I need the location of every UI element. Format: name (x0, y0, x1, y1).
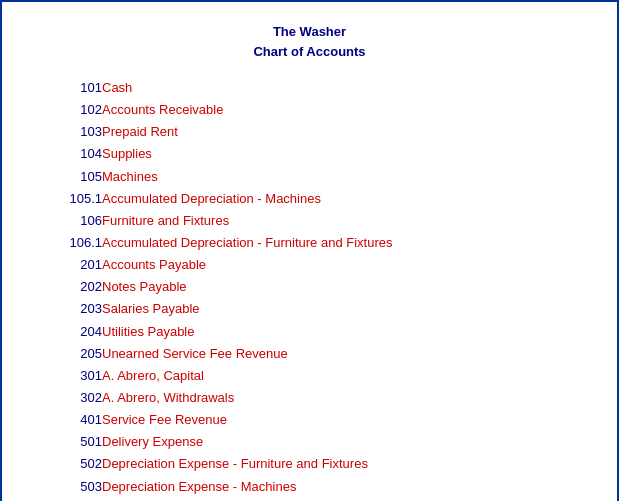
table-row: 105.1Accumulated Depreciation - Machines (32, 188, 587, 210)
account-name: Utilities Payable (102, 321, 587, 343)
table-row: 202Notes Payable (32, 276, 587, 298)
account-name: Depreciation Expense - Furniture and Fix… (102, 453, 587, 475)
account-number: 503 (32, 476, 102, 498)
account-number: 501 (32, 431, 102, 453)
account-name: Delivery Expense (102, 431, 587, 453)
account-number: 106.1 (32, 232, 102, 254)
account-name: Accumulated Depreciation - Machines (102, 188, 587, 210)
account-number: 103 (32, 121, 102, 143)
table-row: 301A. Abrero, Capital (32, 365, 587, 387)
account-number: 302 (32, 387, 102, 409)
table-row: 106Furniture and Fixtures (32, 210, 587, 232)
table-row: 201Accounts Payable (32, 254, 587, 276)
table-row: 502Depreciation Expense - Furniture and … (32, 453, 587, 475)
account-number: 203 (32, 298, 102, 320)
account-number: 105.1 (32, 188, 102, 210)
company-name: The Washer (32, 22, 587, 42)
account-name: Notes Payable (102, 276, 587, 298)
account-number: 301 (32, 365, 102, 387)
title-section: The Washer Chart of Accounts (32, 22, 587, 61)
account-name: Accounts Payable (102, 254, 587, 276)
table-row: 103Prepaid Rent (32, 121, 587, 143)
table-row: 203Salaries Payable (32, 298, 587, 320)
account-number: 104 (32, 143, 102, 165)
account-name: Salaries Payable (102, 298, 587, 320)
account-number: 502 (32, 453, 102, 475)
account-number: 202 (32, 276, 102, 298)
report-title: Chart of Accounts (32, 42, 587, 62)
account-number: 101 (32, 77, 102, 99)
table-row: 401Service Fee Revenue (32, 409, 587, 431)
account-number: 105 (32, 166, 102, 188)
account-number: 205 (32, 343, 102, 365)
account-name: Accounts Receivable (102, 99, 587, 121)
account-number: 204 (32, 321, 102, 343)
account-name: Cash (102, 77, 587, 99)
account-name: Prepaid Rent (102, 121, 587, 143)
account-name: Service Fee Revenue (102, 409, 587, 431)
table-row: 102Accounts Receivable (32, 99, 587, 121)
account-name: A. Abrero, Capital (102, 365, 587, 387)
table-row: 105Machines (32, 166, 587, 188)
table-row: 302A. Abrero, Withdrawals (32, 387, 587, 409)
account-name: Unearned Service Fee Revenue (102, 343, 587, 365)
table-row: 106.1Accumulated Depreciation - Furnitur… (32, 232, 587, 254)
table-row: 104Supplies (32, 143, 587, 165)
account-number: 401 (32, 409, 102, 431)
account-name: Furniture and Fixtures (102, 210, 587, 232)
account-number: 102 (32, 99, 102, 121)
account-name: Depreciation Expense - Machines (102, 476, 587, 498)
table-row: 501Delivery Expense (32, 431, 587, 453)
table-row: 101Cash (32, 77, 587, 99)
account-number: 106 (32, 210, 102, 232)
table-row: 503Depreciation Expense - Machines (32, 476, 587, 498)
account-number: 201 (32, 254, 102, 276)
account-name: A. Abrero, Withdrawals (102, 387, 587, 409)
account-name: Accumulated Depreciation - Furniture and… (102, 232, 587, 254)
account-name: Supplies (102, 143, 587, 165)
main-window: The Washer Chart of Accounts 101Cash102A… (0, 0, 619, 501)
account-name: Machines (102, 166, 587, 188)
table-row: 205Unearned Service Fee Revenue (32, 343, 587, 365)
accounts-table: 101Cash102Accounts Receivable103Prepaid … (32, 77, 587, 501)
table-row: 204Utilities Payable (32, 321, 587, 343)
